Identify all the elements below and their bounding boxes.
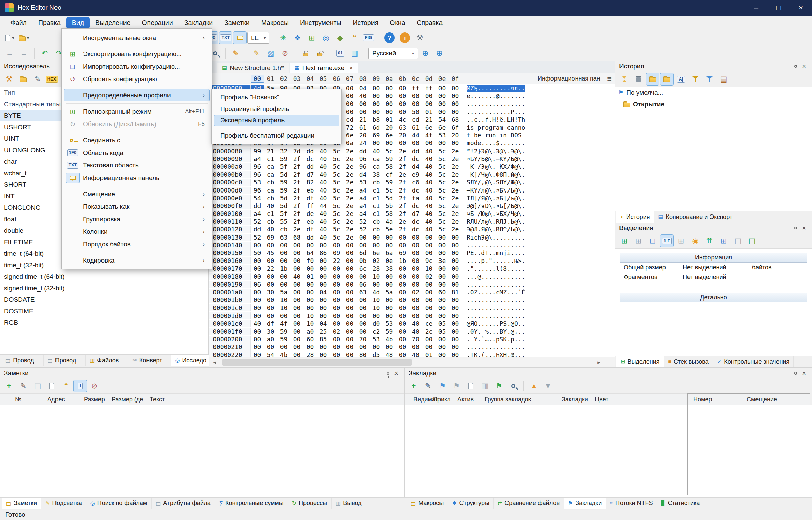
hex-address[interactable]: 000001f0 [209, 328, 251, 335]
hex-byte[interactable]: 2f [290, 171, 303, 178]
hex-byte[interactable]: d7 [409, 210, 422, 217]
hex-byte[interactable]: d0 [369, 320, 383, 327]
hex-byte[interactable]: 40 [317, 226, 330, 233]
hex-byte[interactable]: 00 [383, 304, 396, 311]
hex-byte[interactable]: 00 [343, 100, 356, 107]
scrollbar-thumb[interactable] [222, 359, 412, 366]
hex-text[interactable]: . Y.`…..pSK.p... [467, 336, 525, 343]
about-icon[interactable]: i [400, 32, 410, 43]
maximize-button[interactable]: □ [767, 0, 790, 16]
hex-byte[interactable]: 6d [356, 249, 369, 256]
hex-byte[interactable]: 00 [449, 265, 462, 272]
hex-byte[interactable]: 00 [409, 257, 422, 264]
type-item[interactable]: signed time_t (64-bit) [0, 271, 208, 282]
help-icon[interactable]: ? [384, 32, 395, 43]
hex-byte[interactable]: cd [409, 116, 422, 123]
hex-byte[interactable]: 48 [383, 351, 396, 357]
hex-text[interactable]: ................ [467, 296, 525, 303]
hex-byte[interactable]: 60 [303, 336, 317, 343]
hex-byte[interactable]: 2e [449, 187, 462, 194]
hex-byte[interactable]: 40 [422, 163, 435, 170]
hex-byte[interactable]: 00 [449, 312, 462, 319]
bottom-tab[interactable]: ❖Структуры [448, 498, 494, 509]
hex-byte[interactable]: ce [422, 320, 435, 327]
lock-icon[interactable] [299, 47, 312, 60]
type-item[interactable]: DOSDATE [0, 294, 208, 306]
hex-address[interactable]: 000000e0 [209, 195, 251, 202]
hex-address[interactable]: 000000d0 [209, 187, 251, 194]
hex-byte[interactable]: 40 [422, 226, 435, 233]
hex-byte[interactable]: 00 [449, 92, 462, 99]
hex-byte[interactable]: 00 [449, 343, 462, 351]
hex-byte[interactable]: eb [303, 187, 317, 194]
hex-byte[interactable]: 96 [356, 163, 369, 170]
hex-byte[interactable]: 40 [369, 148, 383, 155]
hex-byte[interactable]: 00 [330, 289, 343, 296]
hex-byte[interactable]: 00 [330, 281, 343, 288]
byte-order-select[interactable]: LE▾ [247, 32, 269, 44]
hex-byte[interactable]: 5c [330, 202, 343, 209]
hex-byte[interactable]: 00 [343, 92, 356, 99]
hex-byte[interactable]: 10 [369, 296, 383, 303]
hex-byte[interactable]: 2f [396, 202, 409, 209]
hex-byte[interactable]: 40 [356, 92, 369, 99]
hex-byte[interactable]: 00 [343, 343, 356, 351]
hex-byte[interactable]: a0 [303, 328, 317, 335]
language-select[interactable]: Русский▾ [368, 48, 418, 59]
hex-address[interactable]: 000000b0 [209, 171, 251, 178]
hex-byte[interactable]: 2e [290, 226, 303, 233]
info-pane-toggle[interactable] [233, 31, 247, 44]
hex-byte[interactable]: 00 [343, 296, 356, 303]
hex-byte[interactable]: 01 [422, 108, 435, 115]
hex-address[interactable]: 00000080 [209, 148, 251, 155]
hex-byte[interactable]: 00 [449, 281, 462, 288]
hex-byte[interactable]: 00 [396, 100, 409, 107]
hex-byte[interactable]: 2e [449, 155, 462, 162]
hex-byte[interactable]: 59 [277, 187, 290, 194]
document-tab[interactable]: ▦HexFrame.exe× [290, 63, 358, 73]
hex-byte[interactable]: 20 [383, 124, 396, 131]
hex-byte[interactable]: cb [264, 218, 277, 225]
forward-icon[interactable]: → [17, 47, 31, 60]
hex-byte[interactable]: 1b [396, 257, 409, 264]
hex-byte[interactable]: 4d [369, 289, 383, 296]
hex-byte[interactable]: 00 [251, 242, 264, 249]
hex-byte[interactable]: 40 [422, 148, 435, 155]
hex-byte[interactable]: 58 [383, 210, 396, 217]
hex-byte[interactable]: 00 [396, 92, 409, 99]
hex-byte[interactable]: 00 [251, 273, 264, 280]
hex-address[interactable]: 000000f0 [209, 202, 251, 209]
hex-byte[interactable]: 81 [449, 289, 462, 296]
hex-byte[interactable]: 2f [396, 179, 409, 186]
hex-byte[interactable]: 00 [343, 85, 356, 92]
move-down-icon[interactable]: ▼ [541, 380, 555, 392]
close-icon[interactable]: × [800, 62, 808, 70]
hex-byte[interactable]: 00 [356, 273, 369, 280]
hex-byte[interactable]: 00 [435, 108, 449, 115]
hex-byte[interactable]: 2f [396, 163, 409, 170]
hex-byte[interactable]: 20 [449, 132, 462, 139]
hex-byte[interactable]: 6e [435, 124, 449, 131]
hex-byte[interactable]: ff [409, 85, 422, 92]
erase-marks-icon[interactable]: ⊘ [278, 47, 292, 60]
hex-byte[interactable]: cf [383, 171, 396, 178]
hex-byte[interactable]: 24 [356, 139, 369, 146]
hex-byte[interactable]: 00 [449, 234, 462, 241]
bookmarks-offset-column-label[interactable]: Смещение [747, 396, 777, 403]
selections-tab[interactable]: ⊞Выделения [616, 356, 664, 367]
hex-byte[interactable]: 40 [422, 202, 435, 209]
hex-byte[interactable]: c1 [369, 187, 383, 194]
hex-byte[interactable]: 00 [290, 296, 303, 303]
highlight-pen-icon[interactable]: ✎ [250, 47, 263, 60]
view-menu-item[interactable]: Группировка› [64, 213, 210, 225]
hex-byte[interactable]: 00 [343, 273, 356, 280]
hex-byte[interactable]: 00 [251, 304, 264, 311]
hex-byte[interactable]: 45 [264, 249, 277, 256]
hex-address[interactable]: 00000180 [209, 273, 251, 280]
hex-byte[interactable]: ca [264, 163, 277, 170]
hex-byte[interactable]: 00 [303, 289, 317, 296]
hex-address[interactable]: 000000c0 [209, 179, 251, 186]
hex-byte[interactable]: 5c [435, 163, 449, 170]
bottom-tab[interactable]: ▊Статистика [657, 498, 704, 509]
bookmarks-column-label[interactable]: Цвет [595, 396, 608, 403]
